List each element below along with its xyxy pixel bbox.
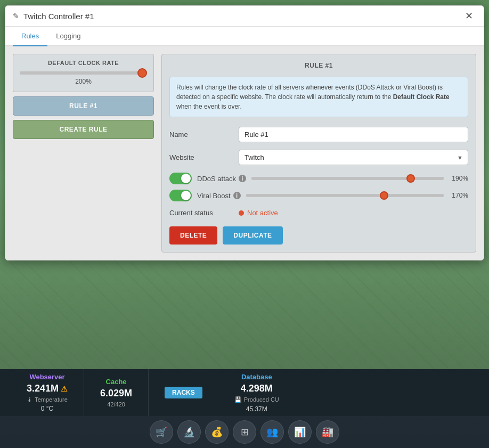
ddos-toggle[interactable] [169, 173, 192, 184]
ddos-toggle-track [169, 173, 192, 184]
name-input[interactable] [239, 127, 468, 142]
info-box: Rules will change the clock rate of all … [169, 77, 468, 117]
webserver-value: 3.241M ⚠ [27, 383, 68, 394]
website-select[interactable]: Twitch Reddit Hacker News YouTube [239, 150, 468, 165]
toggles-section: DDoS attack i 190% [169, 173, 468, 201]
close-button[interactable]: ✕ [462, 10, 476, 22]
website-row: Website Twitch Reddit Hacker News YouTub… [169, 150, 468, 165]
info-link: Default Clock Rate [393, 93, 450, 101]
modal-titlebar: ✎ Twitch Controller #1 ✕ [5, 6, 484, 27]
viral-slider-fill [246, 194, 444, 197]
website-select-wrap: Twitch Reddit Hacker News YouTube ▼ [239, 150, 468, 165]
status-dot [239, 210, 244, 216]
left-panel: DEFAULT CLOCK RATE 200% RULE #1 CREATE R… [13, 54, 154, 252]
name-label: Name [169, 131, 239, 139]
webserver-label: Webserver [29, 373, 64, 381]
status-text: Not active [247, 209, 278, 217]
shop-icon[interactable]: 🛒 [150, 420, 173, 444]
ddos-slider-area: 190% [251, 175, 468, 182]
clock-rate-value: 200% [20, 78, 147, 85]
webserver-warning-icon: ⚠ [61, 385, 68, 393]
status-value: Not active [239, 209, 278, 217]
webserver-temp: 🌡 Temperature [27, 396, 68, 403]
ddos-slider-thumb [406, 174, 415, 183]
ddos-event-slider[interactable] [251, 177, 444, 180]
ddos-info-icon[interactable]: i [239, 175, 246, 182]
ddos-row: DDoS attack i 190% [169, 173, 468, 184]
database-produced: 💾 Produced CU [234, 396, 279, 403]
thermometer-icon: 🌡 [27, 396, 32, 403]
name-row: Name [169, 127, 468, 142]
edit-icon: ✎ [13, 12, 19, 20]
duplicate-button[interactable]: DUPLICATE [223, 226, 282, 245]
cache-stat-group: Cache 6.029M 42/420 [84, 369, 149, 416]
money-icon[interactable]: 💰 [205, 420, 229, 444]
status-label: Current status [169, 209, 239, 217]
modal-title: ✎ Twitch Controller #1 [13, 12, 94, 21]
viral-toggle-track [169, 190, 192, 201]
icon-dock: 🛒 🔬 💰 ⊞ 👥 📊 🏭 [0, 416, 489, 448]
viral-slider-area: 170% [246, 192, 468, 199]
tab-rules[interactable]: Rules [13, 27, 47, 46]
clock-rate-label: DEFAULT CLOCK RATE [20, 60, 147, 66]
database-value: 4.298M [241, 383, 273, 394]
action-buttons: DELETE DUPLICATE [169, 226, 468, 245]
grid-icon[interactable]: ⊞ [233, 420, 256, 444]
viral-slider-thumb [380, 191, 388, 200]
cache-value: 6.029M [100, 388, 132, 399]
webserver-temp-label: Temperature [35, 396, 68, 403]
create-rule-button[interactable]: CREATE RULE [13, 120, 154, 139]
viral-percent: 170% [448, 192, 468, 199]
viral-toggle-thumb [181, 191, 191, 200]
racks-button[interactable]: RACKS [165, 387, 202, 398]
clock-rate-box: DEFAULT CLOCK RATE 200% [13, 54, 154, 92]
modal-tabs: Rules Logging [5, 27, 484, 46]
webserver-stat-group: Webserver 3.241M ⚠ 🌡 Temperature 0 °C [11, 369, 84, 416]
modal-title-text: Twitch Controller #1 [23, 12, 94, 21]
right-panel: RULE #1 Rules will change the clock rate… [161, 54, 476, 252]
rule-1-button[interactable]: RULE #1 [13, 96, 154, 116]
info-text-after: when the event is over. [176, 103, 242, 110]
modal-body: DEFAULT CLOCK RATE 200% RULE #1 CREATE R… [5, 46, 484, 260]
taskbar: Webserver 3.241M ⚠ 🌡 Temperature 0 °C Ca… [0, 369, 489, 448]
slider-track [20, 71, 147, 75]
viral-toggle[interactable] [169, 190, 192, 201]
database-produced-value: 45.37M [246, 405, 267, 413]
racks-section: RACKS [149, 369, 218, 416]
slider-thumb [137, 68, 147, 78]
twitch-controller-modal: ✎ Twitch Controller #1 ✕ Rules Logging D… [5, 5, 484, 260]
database-stat-group: Database 4.298M 💾 Produced CU 45.37M [218, 369, 295, 416]
ddos-percent: 190% [448, 175, 468, 182]
viral-event-slider[interactable] [246, 194, 444, 197]
ddos-toggle-thumb [181, 174, 191, 183]
cache-racks: 42/420 [107, 401, 125, 408]
stats-bar: Webserver 3.241M ⚠ 🌡 Temperature 0 °C Ca… [0, 369, 489, 416]
tab-logging[interactable]: Logging [47, 27, 89, 46]
webserver-temp-value: 0 °C [41, 405, 53, 412]
website-label: Website [169, 153, 239, 161]
clock-rate-slider[interactable] [20, 71, 147, 75]
rule-panel-title: RULE #1 [169, 62, 468, 69]
database-label: Database [241, 373, 272, 381]
delete-button[interactable]: DELETE [169, 226, 217, 245]
cache-label: Cache [106, 378, 127, 386]
viral-label: Viral Boost i [197, 192, 241, 200]
ddos-label: DDoS attack i [197, 175, 246, 183]
lab-icon[interactable]: 🔬 [177, 420, 201, 444]
factory-icon[interactable]: 🏭 [316, 420, 339, 444]
slider-fill [20, 71, 147, 75]
viral-row: Viral Boost i 170% [169, 190, 468, 201]
server-icon: 💾 [234, 396, 242, 403]
chart-icon[interactable]: 📊 [288, 420, 312, 444]
people-icon[interactable]: 👥 [260, 420, 284, 444]
viral-info-icon[interactable]: i [233, 192, 241, 199]
status-row: Current status Not active [169, 209, 468, 217]
